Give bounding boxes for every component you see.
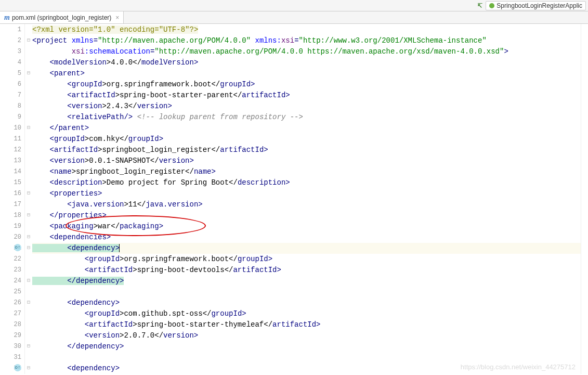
fold-toggle[interactable]: ⊟ [25, 35, 32, 46]
fold-toggle[interactable]: ⊟ [25, 363, 32, 373]
fold-toggle[interactable]: ⊟ [25, 275, 32, 286]
spring-boot-icon [489, 3, 494, 8]
editor-tabs: m pom.xml (springboot_login_register) × [0, 11, 588, 24]
fold-toggle[interactable]: ⊟ [25, 122, 32, 133]
close-icon[interactable]: × [115, 14, 119, 21]
code-content[interactable]: <?xml version="1.0" encoding="UTF-8"?> <… [32, 24, 581, 374]
fold-toggle[interactable]: ⊟ [25, 68, 32, 79]
tab-label: pom.xml (springboot_login_register) [12, 14, 111, 21]
gutter-annotation-icon[interactable]: o↑ [14, 364, 21, 371]
marker-strip [581, 24, 588, 374]
top-toolbar: ↸ SpringbootLoginRegisterApplic [0, 0, 588, 11]
fold-toggle[interactable]: ⊟ [25, 242, 32, 253]
build-icon[interactable]: ↸ [477, 2, 482, 9]
editor[interactable]: 1 2 3 4 5 6 7 8 9 10 11 12 13 14 15 16 1… [0, 24, 588, 374]
tab-pom-xml[interactable]: m pom.xml (springboot_login_register) × [0, 11, 124, 23]
run-config-label: SpringbootLoginRegisterApplic [496, 2, 582, 9]
gutter-annotation-icon[interactable]: o↑ [14, 244, 21, 251]
fold-toggle[interactable]: ⊟ [25, 231, 32, 242]
run-config-selector[interactable]: SpringbootLoginRegisterApplic [486, 1, 586, 10]
maven-icon: m [4, 14, 10, 22]
fold-toggle[interactable]: ⊟ [25, 297, 32, 308]
fold-toggle[interactable]: ⊟ [25, 341, 32, 352]
fold-gutter: ⊟ ⊟ ⊟ ⊟ ⊟ ⊟ ⊟ ⊟ ⊟ ⊟ ⊟ [25, 24, 32, 374]
fold-toggle[interactable]: ⊟ [25, 188, 32, 199]
fold-toggle[interactable]: ⊟ [25, 210, 32, 221]
line-number-gutter: 1 2 3 4 5 6 7 8 9 10 11 12 13 14 15 16 1… [0, 24, 25, 374]
